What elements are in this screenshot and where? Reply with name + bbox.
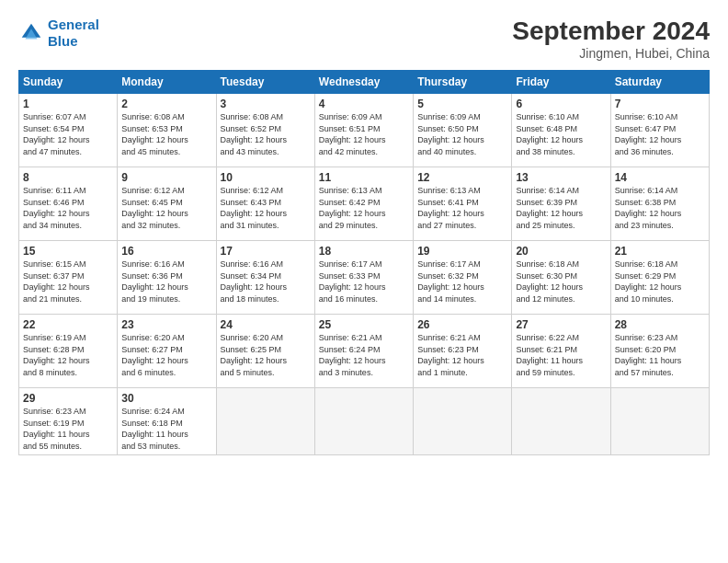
calendar-cell: 17Sunrise: 6:16 AM Sunset: 6:34 PM Dayli… (216, 241, 314, 315)
day-info: Sunrise: 6:12 AM Sunset: 6:45 PM Dayligh… (121, 185, 211, 231)
calendar-week-5: 29Sunrise: 6:23 AM Sunset: 6:19 PM Dayli… (19, 388, 710, 455)
day-info: Sunrise: 6:10 AM Sunset: 6:47 PM Dayligh… (615, 111, 705, 157)
logo-text: General Blue (48, 17, 99, 50)
calendar-cell: 20Sunrise: 6:18 AM Sunset: 6:30 PM Dayli… (512, 241, 610, 315)
day-info: Sunrise: 6:17 AM Sunset: 6:33 PM Dayligh… (319, 259, 409, 304)
day-number: 25 (319, 318, 409, 331)
calendar-cell: 11Sunrise: 6:13 AM Sunset: 6:42 PM Dayli… (314, 167, 413, 241)
day-info: Sunrise: 6:20 AM Sunset: 6:27 PM Dayligh… (121, 332, 211, 378)
calendar-cell: 3Sunrise: 6:08 AM Sunset: 6:52 PM Daylig… (216, 94, 314, 167)
location: Jingmen, Hubei, China (512, 46, 710, 61)
day-info: Sunrise: 6:12 AM Sunset: 6:43 PM Dayligh… (221, 185, 311, 231)
day-number: 27 (516, 318, 606, 331)
day-info: Sunrise: 6:13 AM Sunset: 6:42 PM Dayligh… (319, 185, 409, 231)
day-info: Sunrise: 6:22 AM Sunset: 6:21 PM Dayligh… (516, 332, 606, 378)
logo: General Blue (18, 17, 99, 50)
day-number: 10 (221, 171, 311, 184)
calendar-cell: 27Sunrise: 6:22 AM Sunset: 6:21 PM Dayli… (512, 315, 610, 388)
day-number: 11 (319, 171, 409, 184)
day-info: Sunrise: 6:20 AM Sunset: 6:25 PM Dayligh… (221, 332, 311, 378)
day-info: Sunrise: 6:07 AM Sunset: 6:54 PM Dayligh… (23, 111, 113, 157)
day-number: 5 (417, 98, 507, 110)
day-info: Sunrise: 6:16 AM Sunset: 6:34 PM Dayligh… (221, 259, 311, 304)
calendar-cell: 29Sunrise: 6:23 AM Sunset: 6:19 PM Dayli… (19, 388, 118, 455)
day-info: Sunrise: 6:09 AM Sunset: 6:51 PM Dayligh… (319, 111, 409, 157)
calendar-cell: 2Sunrise: 6:08 AM Sunset: 6:53 PM Daylig… (118, 94, 216, 167)
day-number: 13 (516, 171, 606, 184)
logo-icon (18, 20, 44, 46)
calendar-cell: 28Sunrise: 6:23 AM Sunset: 6:20 PM Dayli… (610, 315, 709, 388)
title-block: September 2024 Jingmen, Hubei, China (512, 17, 710, 61)
calendar-cell (610, 388, 709, 455)
calendar-header-row: SundayMondayTuesdayWednesdayThursdayFrid… (19, 71, 710, 94)
calendar: SundayMondayTuesdayWednesdayThursdayFrid… (18, 70, 710, 455)
day-info: Sunrise: 6:23 AM Sunset: 6:19 PM Dayligh… (23, 406, 113, 452)
day-number: 22 (23, 318, 113, 331)
calendar-cell: 24Sunrise: 6:20 AM Sunset: 6:25 PM Dayli… (216, 315, 314, 388)
calendar-week-4: 22Sunrise: 6:19 AM Sunset: 6:28 PM Dayli… (19, 315, 710, 388)
day-info: Sunrise: 6:08 AM Sunset: 6:52 PM Dayligh… (221, 111, 311, 157)
calendar-cell: 4Sunrise: 6:09 AM Sunset: 6:51 PM Daylig… (314, 94, 413, 167)
calendar-cell: 14Sunrise: 6:14 AM Sunset: 6:38 PM Dayli… (610, 167, 709, 241)
day-number: 28 (615, 318, 705, 331)
calendar-cell (414, 388, 512, 455)
header-tuesday: Tuesday (216, 71, 314, 94)
day-info: Sunrise: 6:17 AM Sunset: 6:32 PM Dayligh… (417, 259, 507, 304)
day-number: 15 (23, 245, 113, 258)
calendar-cell: 30Sunrise: 6:24 AM Sunset: 6:18 PM Dayli… (118, 388, 216, 455)
calendar-cell: 18Sunrise: 6:17 AM Sunset: 6:33 PM Dayli… (314, 241, 413, 315)
logo-general: General (48, 17, 99, 32)
calendar-cell: 1Sunrise: 6:07 AM Sunset: 6:54 PM Daylig… (19, 94, 118, 167)
day-info: Sunrise: 6:13 AM Sunset: 6:41 PM Dayligh… (417, 185, 507, 231)
day-info: Sunrise: 6:21 AM Sunset: 6:24 PM Dayligh… (319, 332, 409, 378)
day-info: Sunrise: 6:18 AM Sunset: 6:29 PM Dayligh… (615, 259, 705, 304)
calendar-cell (216, 388, 314, 455)
header-saturday: Saturday (610, 71, 709, 94)
calendar-cell: 5Sunrise: 6:09 AM Sunset: 6:50 PM Daylig… (414, 94, 512, 167)
header-thursday: Thursday (414, 71, 512, 94)
day-number: 29 (23, 392, 113, 405)
day-number: 12 (417, 171, 507, 184)
calendar-cell: 9Sunrise: 6:12 AM Sunset: 6:45 PM Daylig… (118, 167, 216, 241)
calendar-cell: 6Sunrise: 6:10 AM Sunset: 6:48 PM Daylig… (512, 94, 610, 167)
day-info: Sunrise: 6:11 AM Sunset: 6:46 PM Dayligh… (23, 185, 113, 231)
day-number: 3 (221, 98, 311, 110)
day-info: Sunrise: 6:19 AM Sunset: 6:28 PM Dayligh… (23, 332, 113, 378)
calendar-cell: 12Sunrise: 6:13 AM Sunset: 6:41 PM Dayli… (414, 167, 512, 241)
calendar-week-1: 1Sunrise: 6:07 AM Sunset: 6:54 PM Daylig… (19, 94, 710, 167)
day-info: Sunrise: 6:14 AM Sunset: 6:39 PM Dayligh… (516, 185, 606, 231)
day-number: 6 (516, 98, 606, 110)
header-monday: Monday (118, 71, 216, 94)
day-number: 24 (221, 318, 311, 331)
day-number: 18 (319, 245, 409, 258)
day-number: 4 (319, 98, 409, 110)
calendar-cell: 7Sunrise: 6:10 AM Sunset: 6:47 PM Daylig… (610, 94, 709, 167)
page: General Blue September 2024 Jingmen, Hub… (0, 0, 728, 563)
day-number: 20 (516, 245, 606, 258)
day-info: Sunrise: 6:10 AM Sunset: 6:48 PM Dayligh… (516, 111, 606, 157)
calendar-cell: 21Sunrise: 6:18 AM Sunset: 6:29 PM Dayli… (610, 241, 709, 315)
day-number: 7 (615, 98, 705, 110)
day-number: 2 (121, 98, 211, 110)
calendar-cell (512, 388, 610, 455)
header-wednesday: Wednesday (314, 71, 413, 94)
day-info: Sunrise: 6:18 AM Sunset: 6:30 PM Dayligh… (516, 259, 606, 304)
calendar-cell: 13Sunrise: 6:14 AM Sunset: 6:39 PM Dayli… (512, 167, 610, 241)
header-friday: Friday (512, 71, 610, 94)
calendar-cell: 26Sunrise: 6:21 AM Sunset: 6:23 PM Dayli… (414, 315, 512, 388)
day-number: 17 (221, 245, 311, 258)
header-sunday: Sunday (19, 71, 118, 94)
calendar-cell (314, 388, 413, 455)
day-info: Sunrise: 6:15 AM Sunset: 6:37 PM Dayligh… (23, 259, 113, 304)
day-info: Sunrise: 6:24 AM Sunset: 6:18 PM Dayligh… (121, 406, 211, 452)
day-info: Sunrise: 6:09 AM Sunset: 6:50 PM Dayligh… (417, 111, 507, 157)
day-info: Sunrise: 6:23 AM Sunset: 6:20 PM Dayligh… (615, 332, 705, 378)
calendar-cell: 16Sunrise: 6:16 AM Sunset: 6:36 PM Dayli… (118, 241, 216, 315)
day-info: Sunrise: 6:14 AM Sunset: 6:38 PM Dayligh… (615, 185, 705, 231)
calendar-week-3: 15Sunrise: 6:15 AM Sunset: 6:37 PM Dayli… (19, 241, 710, 315)
day-number: 30 (121, 392, 211, 405)
day-info: Sunrise: 6:21 AM Sunset: 6:23 PM Dayligh… (417, 332, 507, 378)
day-number: 8 (23, 171, 113, 184)
calendar-cell: 23Sunrise: 6:20 AM Sunset: 6:27 PM Dayli… (118, 315, 216, 388)
calendar-cell: 8Sunrise: 6:11 AM Sunset: 6:46 PM Daylig… (19, 167, 118, 241)
